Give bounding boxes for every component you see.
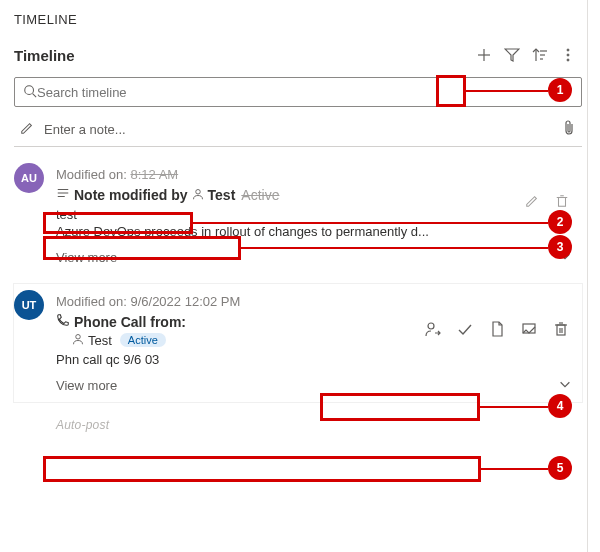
assign-icon[interactable] (420, 316, 446, 342)
view-more-label: View more (56, 250, 117, 265)
timeline-header: Timeline (14, 41, 582, 69)
search-input[interactable] (37, 85, 573, 100)
more-icon[interactable] (554, 41, 582, 69)
delete-icon[interactable] (548, 316, 574, 342)
chevron-down-icon (558, 377, 572, 394)
annotation-leader (241, 247, 548, 249)
view-more-label: View more (56, 378, 117, 393)
status-badge: Active (120, 333, 166, 347)
svg-rect-16 (559, 198, 566, 207)
person-name: Test (208, 187, 236, 203)
svg-line-11 (33, 93, 37, 97)
person-icon (192, 187, 204, 203)
svg-rect-22 (557, 325, 565, 335)
modified-line: Modified on: 8:12 AM (56, 167, 572, 182)
entry-body: Phn call qc 9/6 03 (56, 352, 572, 367)
entry-actions (420, 316, 574, 342)
filter-icon[interactable] (498, 41, 526, 69)
person-name: Test (88, 333, 112, 348)
sort-icon[interactable] (526, 41, 554, 69)
annotation-leader (480, 406, 548, 408)
document-icon[interactable] (484, 316, 510, 342)
svg-point-20 (428, 323, 434, 329)
modified-time: 9/6/2022 12:02 PM (130, 294, 240, 309)
callout-badge: 2 (548, 210, 572, 234)
svg-point-7 (567, 49, 569, 51)
modified-label: Modified on: (56, 294, 127, 309)
svg-point-9 (567, 59, 569, 61)
entry-body: test (56, 207, 572, 222)
entry-title: Phone Call from: (74, 314, 186, 330)
avatar: AU (14, 163, 44, 193)
avatar: UT (14, 290, 44, 320)
note-icon (56, 186, 70, 203)
status-badge: Active (241, 187, 279, 203)
note-row[interactable]: Enter a note... (14, 113, 582, 147)
section-label: TIMELINE (14, 12, 582, 27)
timeline-entry: AU Modified on: 8:12 AM Note modified by… (14, 157, 582, 274)
svg-point-10 (25, 85, 34, 94)
svg-point-8 (567, 54, 569, 56)
entry-title: Note modified by (74, 187, 188, 203)
callout-badge: 4 (548, 394, 572, 418)
annotation-box (43, 456, 481, 482)
timeline-entry: UT Modified on: 9/6/2022 12:02 PM Phone … (14, 284, 582, 402)
callout-badge: 3 (548, 235, 572, 259)
check-icon[interactable] (452, 316, 478, 342)
person-icon (72, 332, 84, 348)
entry-description: Azure DevOps proceeds in rollout of chan… (56, 224, 572, 239)
add-icon[interactable] (470, 41, 498, 69)
modified-label: Modified on: (56, 167, 127, 182)
svg-marker-2 (505, 49, 519, 61)
note-placeholder: Enter a note... (44, 122, 562, 137)
annotation-leader (481, 468, 548, 470)
queue-icon[interactable] (516, 316, 542, 342)
annotation-leader (466, 90, 548, 92)
svg-point-15 (195, 189, 200, 194)
view-more-row[interactable]: View more (56, 249, 572, 266)
edit-icon[interactable] (520, 189, 544, 213)
search-box[interactable] (14, 77, 582, 107)
timeline-title: Timeline (14, 47, 470, 64)
view-more-row[interactable]: View more (56, 377, 572, 394)
pencil-icon (20, 121, 34, 138)
phone-icon (56, 313, 70, 330)
modified-line: Modified on: 9/6/2022 12:02 PM (56, 294, 572, 309)
autopost-label: Auto-post (56, 418, 582, 432)
attachment-icon[interactable] (562, 120, 576, 139)
callout-badge: 5 (548, 456, 572, 480)
entry-actions (520, 189, 574, 213)
annotation-leader (193, 222, 548, 224)
modified-time: 8:12 AM (130, 167, 178, 182)
callout-badge: 1 (548, 78, 572, 102)
svg-point-19 (76, 335, 81, 340)
search-icon (23, 84, 37, 101)
